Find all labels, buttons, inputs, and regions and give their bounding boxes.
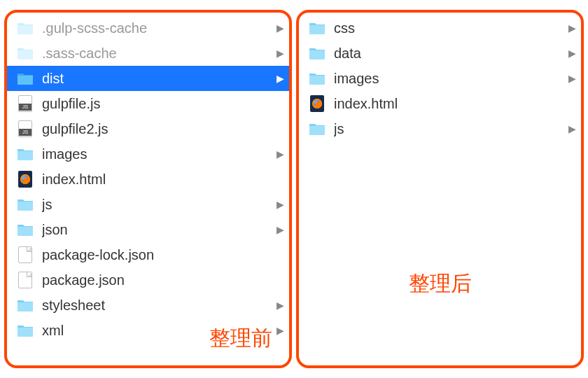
chevron-right-icon: ▶	[275, 148, 285, 160]
chevron-right-icon: ▶	[275, 48, 285, 59]
file-icon	[17, 272, 34, 288]
folder-icon	[309, 20, 326, 36]
file-item[interactable]: gulpfile2.js	[7, 116, 289, 141]
file-item[interactable]: js▶	[7, 192, 289, 217]
file-name: stylesheet	[42, 298, 267, 314]
folder-icon	[17, 20, 34, 36]
file-item[interactable]: package-lock.json	[7, 242, 289, 267]
file-item[interactable]: index.html	[7, 167, 289, 192]
file-name: js	[334, 121, 559, 137]
file-name: index.html	[334, 96, 559, 112]
file-name: dist	[42, 71, 267, 87]
folder-icon	[309, 45, 326, 62]
js-file-icon	[17, 95, 34, 112]
file-name: images	[42, 146, 267, 162]
folder-icon	[17, 322, 34, 339]
chevron-right-icon: ▶	[567, 123, 577, 134]
folder-icon	[17, 70, 34, 87]
folder-icon	[17, 45, 34, 62]
file-item[interactable]: json▶	[7, 217, 289, 242]
chevron-right-icon: ▶	[275, 199, 285, 210]
chevron-right-icon: ▶	[567, 73, 577, 84]
file-name: images	[334, 71, 559, 87]
html-file-icon	[17, 171, 34, 188]
file-name: index.html	[42, 172, 267, 188]
chevron-right-icon: ▶	[275, 22, 285, 34]
file-list-left: .gulp-scss-cache▶.sass-cache▶dist▶gulpfi…	[7, 13, 289, 343]
file-item[interactable]: js▶	[299, 116, 581, 141]
chevron-right-icon: ▶	[567, 48, 577, 59]
file-name: gulpfile.js	[42, 96, 267, 112]
file-name: .sass-cache	[42, 46, 267, 62]
file-item[interactable]: index.html	[299, 91, 581, 116]
folder-icon	[17, 196, 34, 213]
pane-after: css▶data▶images▶index.htmljs▶ 整理后	[296, 10, 584, 368]
chevron-right-icon: ▶	[275, 73, 285, 84]
file-item[interactable]: .gulp-scss-cache▶	[7, 15, 289, 41]
folder-icon	[309, 70, 326, 87]
folder-icon	[17, 146, 34, 162]
chevron-right-icon: ▶	[275, 325, 285, 336]
chevron-right-icon: ▶	[567, 22, 577, 34]
chevron-right-icon: ▶	[275, 224, 285, 235]
file-item[interactable]: css▶	[299, 15, 581, 41]
js-file-icon	[17, 120, 34, 137]
pane-before: .gulp-scss-cache▶.sass-cache▶dist▶gulpfi…	[4, 10, 292, 368]
chevron-right-icon: ▶	[275, 300, 285, 311]
file-name: package-lock.json	[42, 247, 267, 263]
file-name: css	[334, 20, 559, 36]
file-name: .gulp-scss-cache	[42, 20, 267, 36]
file-item[interactable]: dist▶	[7, 66, 289, 91]
folder-icon	[17, 297, 34, 314]
file-icon	[17, 246, 34, 263]
file-item[interactable]: images▶	[299, 66, 581, 91]
file-name: json	[42, 222, 267, 238]
folder-icon	[309, 120, 326, 137]
file-item[interactable]: data▶	[299, 41, 581, 66]
file-item[interactable]: package.json	[7, 267, 289, 293]
file-name: js	[42, 197, 267, 213]
file-name: package.json	[42, 272, 267, 288]
file-item[interactable]: images▶	[7, 141, 289, 167]
html-file-icon	[309, 95, 326, 112]
file-item[interactable]: gulpfile.js	[7, 91, 289, 116]
folder-icon	[17, 221, 34, 238]
file-name: data	[334, 46, 559, 62]
file-item[interactable]: stylesheet▶	[7, 293, 289, 318]
file-name: gulpfile2.js	[42, 121, 267, 137]
label-before: 整理前	[209, 324, 272, 353]
file-list-right: css▶data▶images▶index.htmljs▶	[299, 13, 581, 141]
file-item[interactable]: .sass-cache▶	[7, 41, 289, 66]
label-after: 整理后	[299, 270, 581, 298]
